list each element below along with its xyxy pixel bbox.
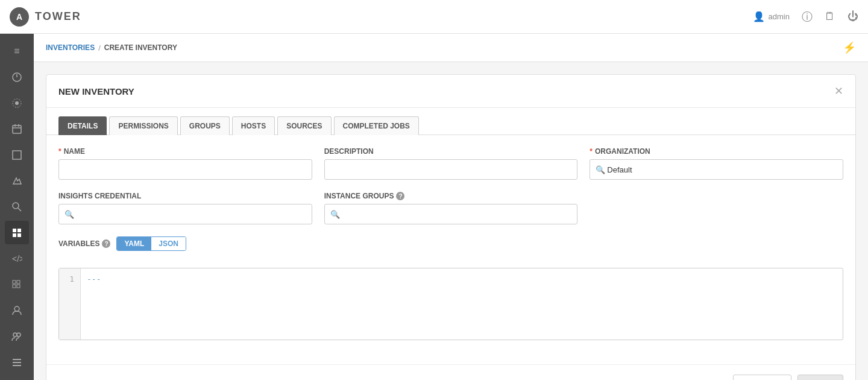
description-group: DESCRIPTION — [324, 147, 578, 180]
instance-groups-group: INSTANCE GROUPS ? 🔍 — [324, 192, 578, 224]
app-logo-area: A TOWER — [10, 7, 81, 27]
instance-groups-input[interactable] — [324, 204, 578, 224]
clipboard-icon[interactable]: 🗒 — [825, 10, 835, 23]
user-label: admin — [769, 12, 790, 21]
organization-group: * ORGANIZATION 🔍 — [590, 147, 843, 180]
sidebar-item-jobs[interactable] — [5, 92, 29, 115]
info-icon[interactable]: ⓘ — [802, 10, 813, 24]
sidebar-item-user[interactable] — [5, 299, 29, 322]
app-title: TOWER — [35, 10, 81, 23]
form-row-1: * NAME DESCRIPTION * O — [58, 147, 843, 180]
svg-rect-3 — [13, 125, 21, 133]
user-info: 👤 admin — [753, 11, 790, 22]
sidebar-item-grid[interactable] — [5, 273, 29, 296]
variables-editor[interactable]: 1 --- — [58, 268, 843, 340]
instance-groups-help-icon[interactable]: ? — [396, 192, 404, 200]
sidebar-item-templates[interactable] — [5, 169, 29, 193]
line-numbers: 1 — [59, 268, 81, 340]
svg-rect-24 — [13, 365, 21, 366]
svg-line-9 — [18, 208, 21, 211]
instance-groups-label: INSTANCE GROUPS ? — [324, 192, 578, 200]
sidebar-item-activity[interactable] — [5, 144, 29, 167]
name-required-star: * — [58, 147, 61, 156]
breadcrumb-inventories-link[interactable]: INVENTORIES — [46, 43, 95, 52]
organization-label: * ORGANIZATION — [590, 147, 843, 156]
organization-input-wrapper: 🔍 — [590, 159, 843, 180]
sidebar-item-settings[interactable] — [5, 350, 29, 374]
sidebar-item-dashboard[interactable] — [5, 66, 29, 89]
svg-text:</>: </> — [12, 254, 22, 264]
insights-credential-group: INSIGHTS CREDENTIAL 🔍 — [58, 192, 312, 224]
code-content-area[interactable]: --- — [81, 268, 843, 340]
org-search-icon: 🔍 — [596, 165, 605, 174]
user-icon: 👤 — [753, 11, 765, 22]
panel-header: NEW INVENTORY ✕ — [46, 75, 855, 108]
json-toggle-button[interactable]: JSON — [151, 237, 186, 250]
insights-credential-input[interactable] — [58, 204, 312, 224]
variables-header: VARIABLES ? YAML JSON — [58, 236, 843, 251]
svg-point-8 — [13, 203, 19, 209]
insights-search-icon: 🔍 — [64, 210, 74, 219]
breadcrumb-right-icon: ⚡ — [843, 41, 856, 54]
form-tabs: DETAILS PERMISSIONS GROUPS HOSTS SOURCES… — [46, 108, 855, 135]
tab-hosts[interactable]: HOSTS — [232, 116, 275, 135]
instance-groups-search-icon: 🔍 — [330, 210, 340, 219]
org-required-star: * — [590, 147, 593, 156]
breadcrumb-bar: INVENTORIES / CREATE INVENTORY ⚡ — [34, 34, 868, 62]
sidebar: ≡ </> — [0, 34, 34, 380]
sidebar-item-inventories[interactable] — [5, 221, 29, 244]
name-group: * NAME — [58, 147, 312, 180]
svg-rect-15 — [13, 280, 16, 283]
tab-details[interactable]: DETAILS — [58, 116, 107, 135]
svg-rect-13 — [17, 233, 21, 237]
breadcrumb-current: CREATE INVENTORY — [104, 43, 177, 52]
yaml-toggle-button[interactable]: YAML — [117, 237, 151, 250]
close-button[interactable]: ✕ — [834, 84, 843, 98]
svg-rect-11 — [17, 229, 21, 232]
svg-rect-23 — [13, 362, 21, 363]
sidebar-item-schedules[interactable] — [5, 118, 29, 141]
tab-permissions[interactable]: PERMISSIONS — [109, 116, 177, 135]
form-footer: CANCEL SAVE — [46, 364, 855, 380]
tab-sources[interactable]: SOURCES — [277, 116, 331, 135]
main-layout: ≡ </> — [0, 34, 868, 380]
svg-rect-17 — [13, 285, 16, 288]
name-label: * NAME — [58, 147, 312, 156]
sidebar-item-search[interactable] — [5, 195, 29, 219]
organization-input[interactable] — [590, 159, 843, 180]
sidebar-item-projects[interactable]: </> — [5, 247, 29, 270]
instance-groups-input-wrapper: 🔍 — [324, 204, 578, 224]
save-button[interactable]: SAVE — [797, 375, 843, 380]
tab-groups[interactable]: GROUPS — [180, 116, 230, 135]
yaml-json-toggle: YAML JSON — [116, 236, 186, 251]
panel-title: NEW INVENTORY — [58, 86, 134, 97]
variables-help-icon[interactable]: ? — [102, 239, 110, 248]
svg-point-21 — [17, 333, 20, 337]
svg-rect-22 — [13, 359, 21, 360]
variables-label: VARIABLES ? — [58, 239, 110, 248]
description-label: DESCRIPTION — [324, 147, 578, 156]
svg-rect-16 — [17, 280, 20, 283]
form-row-2: INSIGHTS CREDENTIAL 🔍 INSTANCE GROUPS ? — [58, 192, 843, 224]
svg-point-19 — [14, 306, 19, 311]
sidebar-item-menu[interactable]: ≡ — [5, 40, 29, 63]
name-input[interactable] — [58, 159, 312, 180]
description-input[interactable] — [324, 159, 578, 180]
top-nav-right: 👤 admin ⓘ 🗒 ⏻ — [753, 10, 858, 24]
svg-point-20 — [13, 333, 17, 337]
app-logo: A — [10, 7, 29, 27]
form-row-3: VARIABLES ? YAML JSON 1 --- — [58, 236, 843, 340]
svg-rect-10 — [13, 229, 16, 232]
top-navigation: A TOWER 👤 admin ⓘ 🗒 ⏻ — [0, 0, 868, 34]
insights-input-wrapper: 🔍 — [58, 204, 312, 224]
svg-point-1 — [15, 101, 19, 105]
cancel-button[interactable]: CANCEL — [733, 375, 791, 380]
tab-completed-jobs[interactable]: COMPLETED JOBS — [334, 116, 419, 135]
new-inventory-panel: NEW INVENTORY ✕ DETAILS PERMISSIONS GROU… — [46, 74, 856, 380]
form-body: * NAME DESCRIPTION * O — [46, 135, 855, 364]
svg-rect-18 — [17, 285, 20, 288]
svg-rect-12 — [13, 233, 16, 237]
power-icon[interactable]: ⏻ — [848, 10, 858, 23]
sidebar-item-team[interactable] — [5, 325, 29, 348]
breadcrumb-separator: / — [98, 43, 101, 52]
